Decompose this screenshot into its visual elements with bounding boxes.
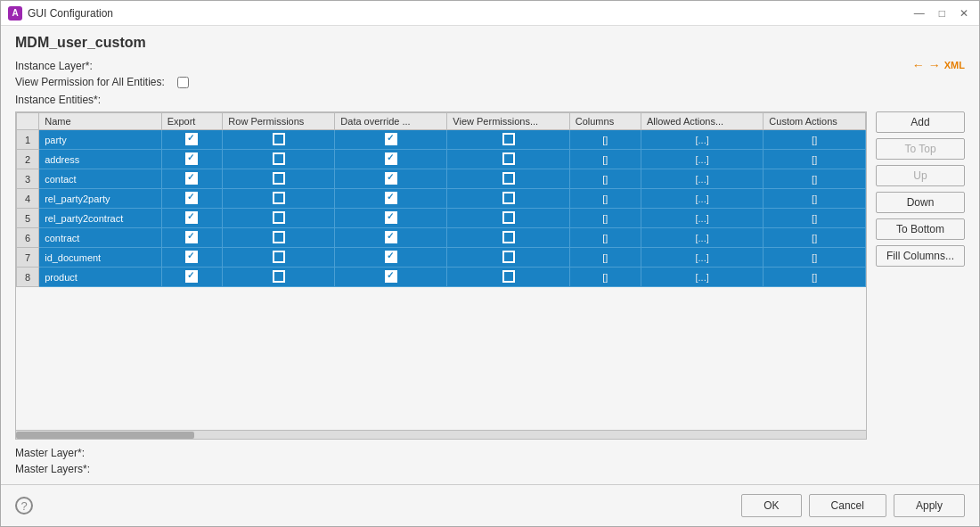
row-columns[interactable]: [] (569, 268, 641, 287)
title-bar: A GUI Configuration — □ ✕ (1, 1, 979, 26)
close-button[interactable]: ✕ (956, 5, 972, 21)
row-permissions[interactable] (223, 189, 335, 209)
minimize-button[interactable]: — (911, 5, 928, 21)
apply-button[interactable]: Apply (894, 494, 965, 517)
row-allowed-actions[interactable]: [...] (641, 169, 763, 189)
help-icon[interactable]: ? (15, 497, 33, 515)
ok-button[interactable]: OK (741, 494, 801, 517)
up-button[interactable]: Up (876, 165, 965, 186)
row-allowed-actions[interactable]: [...] (641, 248, 763, 268)
table-row[interactable]: 1party[][...][] (17, 130, 866, 150)
table-container: Name Export Row Permissions Data overrid… (15, 111, 867, 440)
row-allowed-actions[interactable]: [...] (641, 209, 763, 228)
row-view-permissions[interactable] (447, 189, 569, 209)
fill-columns-button[interactable]: Fill Columns... (876, 245, 965, 267)
row-custom-actions[interactable]: [] (764, 248, 866, 268)
instance-layer-label: Instance Layer*: (15, 60, 93, 72)
row-export[interactable] (161, 209, 223, 228)
col-row-permissions: Row Permissions (223, 113, 335, 130)
row-view-permissions[interactable] (447, 150, 569, 169)
row-permissions[interactable] (223, 248, 335, 268)
row-view-permissions[interactable] (447, 169, 569, 189)
row-data-override[interactable] (335, 228, 447, 248)
row-custom-actions[interactable]: [] (764, 189, 866, 209)
row-view-permissions[interactable] (447, 209, 569, 228)
table-row[interactable]: 6contract[][...][] (17, 228, 866, 248)
row-allowed-actions[interactable]: [...] (641, 130, 763, 150)
row-columns[interactable]: [] (569, 248, 641, 268)
row-name: party (39, 130, 161, 150)
row-custom-actions[interactable]: [] (764, 150, 866, 169)
row-name: id_document (39, 248, 161, 268)
row-data-override[interactable] (335, 248, 447, 268)
down-button[interactable]: Down (876, 192, 965, 213)
footer-right: OK Cancel Apply (741, 494, 965, 517)
maximize-button[interactable]: □ (935, 5, 949, 21)
row-view-permissions[interactable] (447, 228, 569, 248)
row-number: 2 (17, 150, 39, 169)
row-data-override[interactable] (335, 189, 447, 209)
row-permissions[interactable] (223, 130, 335, 150)
instance-layer-row: Instance Layer*: (15, 60, 965, 72)
scrollbar-thumb[interactable] (16, 432, 194, 439)
cancel-button[interactable]: Cancel (809, 494, 886, 517)
footer-bar: ? OK Cancel Apply (1, 484, 979, 526)
row-data-override[interactable] (335, 150, 447, 169)
master-layers-label: Master Layers*: (15, 463, 965, 475)
to-bottom-button[interactable]: To Bottom (876, 218, 965, 240)
table-row[interactable]: 3contact[][...][] (17, 169, 866, 189)
row-permissions[interactable] (223, 268, 335, 287)
table-row[interactable]: 2address[][...][] (17, 150, 866, 169)
row-custom-actions[interactable]: [] (764, 130, 866, 150)
row-number: 8 (17, 268, 39, 287)
row-custom-actions[interactable]: [] (764, 228, 866, 248)
forward-icon[interactable]: → (928, 58, 941, 72)
row-allowed-actions[interactable]: [...] (641, 228, 763, 248)
row-export[interactable] (161, 228, 223, 248)
row-allowed-actions[interactable]: [...] (641, 189, 763, 209)
row-columns[interactable]: [] (569, 228, 641, 248)
row-columns[interactable]: [] (569, 189, 641, 209)
row-columns[interactable]: [] (569, 169, 641, 189)
row-columns[interactable]: [] (569, 150, 641, 169)
row-view-permissions[interactable] (447, 130, 569, 150)
back-icon[interactable]: ← (912, 58, 925, 72)
main-window: A GUI Configuration — □ ✕ ← → XML MDM_us… (0, 0, 980, 527)
row-permissions[interactable] (223, 209, 335, 228)
to-top-button[interactable]: To Top (876, 138, 965, 160)
table-row[interactable]: 8product[][...][] (17, 268, 866, 287)
row-view-permissions[interactable] (447, 248, 569, 268)
table-row[interactable]: 5rel_party2contract[][...][] (17, 209, 866, 228)
row-export[interactable] (161, 130, 223, 150)
row-name: contact (39, 169, 161, 189)
side-buttons: Add To Top Up Down To Bottom Fill Column… (876, 111, 965, 440)
row-export[interactable] (161, 248, 223, 268)
row-permissions[interactable] (223, 150, 335, 169)
row-allowed-actions[interactable]: [...] (641, 150, 763, 169)
table-row[interactable]: 4rel_party2party[][...][] (17, 189, 866, 209)
row-columns[interactable]: [] (569, 209, 641, 228)
add-button[interactable]: Add (876, 111, 965, 133)
row-data-override[interactable] (335, 130, 447, 150)
row-allowed-actions[interactable]: [...] (641, 268, 763, 287)
table-row[interactable]: 7id_document[][...][] (17, 248, 866, 268)
row-permissions[interactable] (223, 228, 335, 248)
row-data-override[interactable] (335, 268, 447, 287)
row-columns[interactable]: [] (569, 130, 641, 150)
row-permissions[interactable] (223, 169, 335, 189)
row-view-permissions[interactable] (447, 268, 569, 287)
row-export[interactable] (161, 169, 223, 189)
row-data-override[interactable] (335, 209, 447, 228)
row-custom-actions[interactable]: [] (764, 268, 866, 287)
row-export[interactable] (161, 189, 223, 209)
row-export[interactable] (161, 150, 223, 169)
xml-label[interactable]: XML (944, 60, 965, 70)
view-permission-checkbox[interactable] (177, 77, 189, 88)
row-custom-actions[interactable]: [] (764, 169, 866, 189)
horizontal-scrollbar[interactable] (16, 430, 866, 439)
table-header-row: Name Export Row Permissions Data overrid… (17, 113, 866, 130)
row-data-override[interactable] (335, 169, 447, 189)
row-name: address (39, 150, 161, 169)
row-export[interactable] (161, 268, 223, 287)
row-custom-actions[interactable]: [] (764, 209, 866, 228)
